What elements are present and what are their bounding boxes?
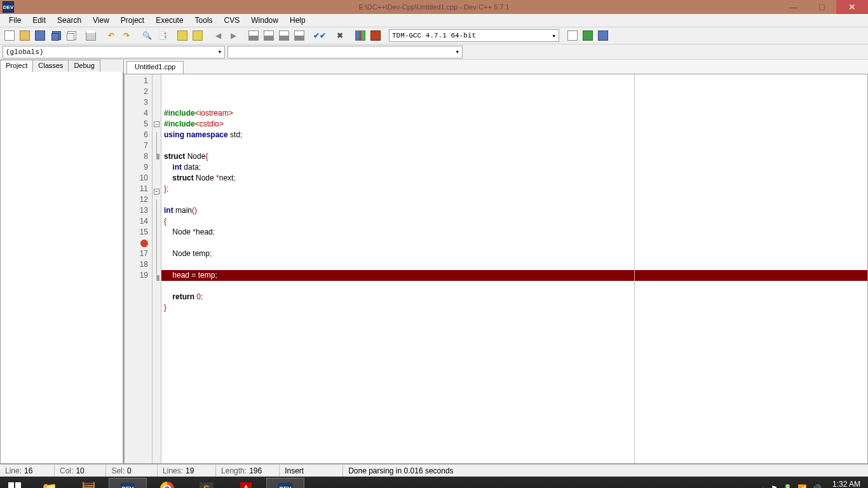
taskbar-chrome[interactable]	[148, 478, 186, 488]
taskbar-sublime[interactable]: S	[187, 478, 226, 488]
replace-icon: 📑	[158, 31, 167, 40]
taskbar-adobe[interactable]: A	[227, 478, 265, 488]
functions-select[interactable]	[227, 46, 463, 58]
menu-bar: File Edit Search View Project Execute To…	[0, 14, 868, 27]
tool3-button[interactable]	[596, 29, 610, 43]
editor-area: Untitled1.cpp 12345678910111213141517181…	[124, 60, 868, 464]
tray-clock[interactable]: 1:32 AM 9/7/2014	[827, 480, 864, 488]
code-content[interactable]: #include<iostream>#include<cstdio>using …	[161, 74, 867, 463]
save-button[interactable]	[33, 29, 47, 43]
window-icon	[294, 30, 304, 41]
sidebar-tab-project[interactable]: Project	[0, 60, 33, 72]
tool-icon	[583, 30, 593, 41]
save-as-button[interactable]	[64, 29, 78, 43]
status-line-value: 16	[23, 464, 55, 477]
print-button[interactable]	[84, 29, 98, 43]
app-icon: DEV	[3, 1, 14, 13]
status-length-value: 196	[248, 464, 280, 477]
file-tab[interactable]: Untitled1.cpp	[126, 61, 184, 74]
status-lines-value: 19	[184, 464, 216, 477]
sidebar-tab-classes[interactable]: Classes	[32, 60, 69, 72]
back-button[interactable]: ◀	[211, 29, 225, 43]
svg-rect-0	[8, 482, 14, 488]
sidebar-body	[0, 72, 123, 464]
tool2-button[interactable]	[581, 29, 595, 43]
devcpp-icon: DEV	[278, 483, 293, 488]
menu-view[interactable]: View	[88, 15, 114, 26]
sidebar: Project Classes Debug	[0, 60, 124, 464]
save-icon	[35, 30, 45, 41]
new-file-icon	[4, 30, 15, 41]
status-lines-label: Lines:	[158, 464, 184, 477]
scope-bar: (globals)	[0, 44, 868, 60]
redo-button[interactable]: ↷	[119, 29, 133, 43]
find-button[interactable]: 🔍	[140, 29, 154, 43]
menu-file[interactable]: File	[4, 15, 26, 26]
tray-arrow-icon[interactable]: ▲	[759, 485, 766, 489]
compiler-select[interactable]: TDM-GCC 4.7.1 64-bit	[389, 29, 559, 42]
bookmark-button[interactable]	[191, 29, 205, 43]
tray-flag-icon[interactable]: ⚑	[771, 484, 778, 488]
window-icon	[264, 30, 274, 41]
menu-tools[interactable]: Tools	[190, 15, 218, 26]
cross-icon: ✖	[337, 31, 343, 40]
window1-button[interactable]	[247, 29, 261, 43]
save-as-icon	[67, 33, 74, 41]
taskbar-devcpp2[interactable]: DEV	[266, 478, 304, 488]
minimize-button[interactable]: —	[779, 0, 808, 14]
taskbar-explorer[interactable]: 📁	[30, 478, 68, 488]
window2-button[interactable]	[262, 29, 276, 43]
profile-button[interactable]	[353, 29, 367, 43]
save-all-icon	[51, 33, 59, 41]
status-sel-value: 0	[126, 464, 158, 477]
toolbar: ↶ ↷ 🔍 📑 ◀ ▶ ✔✔ ✖ TDM-GCC 4.7.1 64-bit	[0, 27, 868, 44]
menu-cvs[interactable]: CVS	[219, 15, 245, 26]
forward-button[interactable]: ▶	[226, 29, 240, 43]
window3-button[interactable]	[277, 29, 291, 43]
undo-button[interactable]: ↶	[104, 29, 118, 43]
close-button[interactable]: ✕	[836, 0, 868, 14]
tool-icon	[567, 30, 578, 41]
forward-icon: ▶	[231, 31, 236, 40]
tray-time: 1:32 AM	[831, 480, 860, 488]
code-editor[interactable]: 123456789101112131415171819 −− #include<…	[124, 74, 868, 464]
undo-icon: ↶	[108, 31, 114, 40]
menu-search[interactable]: Search	[52, 15, 86, 26]
calculator-icon: 🧮	[81, 481, 97, 488]
menu-project[interactable]: Project	[116, 15, 149, 26]
stop-button[interactable]: ✖	[333, 29, 347, 43]
search-icon: 🔍	[142, 31, 152, 40]
open-project-button[interactable]	[18, 29, 32, 43]
new-file-button[interactable]	[3, 29, 17, 43]
menu-edit[interactable]: Edit	[27, 15, 51, 26]
status-col-value: 10	[74, 464, 106, 477]
tray-volume-icon[interactable]: 🔊	[812, 484, 822, 488]
replace-button[interactable]: 📑	[155, 29, 169, 43]
bug-icon	[370, 30, 381, 41]
chrome-icon	[160, 482, 174, 488]
goto-button[interactable]	[175, 29, 189, 43]
tool-icon	[598, 30, 608, 41]
maximize-button[interactable]: □	[808, 0, 836, 14]
compile-button[interactable]: ✔✔	[313, 29, 327, 43]
tray-network-icon[interactable]: 📶	[797, 484, 807, 488]
start-button[interactable]	[0, 477, 29, 488]
tool1-button[interactable]	[566, 29, 580, 43]
devcpp-icon: DEV	[121, 483, 135, 488]
globals-select[interactable]: (globals)	[3, 46, 225, 58]
menu-execute[interactable]: Execute	[151, 15, 188, 26]
taskbar-devcpp[interactable]: DEV	[109, 478, 147, 488]
status-bar: Line: 16 Col: 10 Sel: 0 Lines: 19 Length…	[0, 464, 868, 477]
menu-help[interactable]: Help	[285, 15, 311, 26]
print-icon	[86, 30, 96, 41]
adobe-icon: A	[240, 482, 252, 488]
sidebar-tab-debug[interactable]: Debug	[68, 60, 100, 72]
save-all-button[interactable]	[48, 29, 62, 43]
folder-icon	[20, 30, 30, 41]
window4-button[interactable]	[292, 29, 306, 43]
line-gutter: 123456789101112131415171819	[125, 74, 153, 463]
debug-button[interactable]	[369, 29, 383, 43]
tray-battery-icon[interactable]: 🔋	[783, 484, 792, 488]
menu-window[interactable]: Window	[246, 15, 283, 26]
taskbar-calculator[interactable]: 🧮	[69, 478, 107, 488]
